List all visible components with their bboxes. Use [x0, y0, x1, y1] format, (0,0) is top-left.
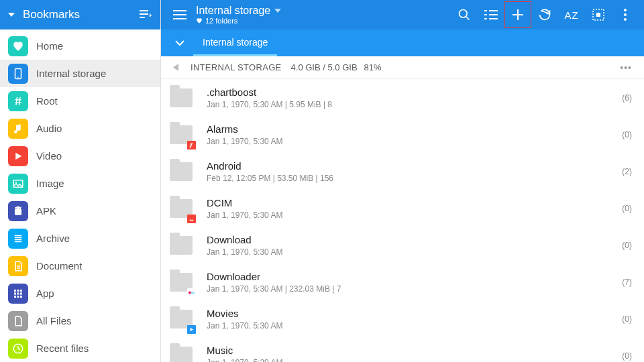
- file-count: (0): [622, 314, 632, 324]
- appbar-title-block[interactable]: Internal storage 12 folders: [196, 5, 451, 25]
- folder-icon: [168, 269, 195, 296]
- select-button[interactable]: [585, 1, 612, 28]
- file-row[interactable]: DCIM Jan 1, 1970, 5:30 AM (0): [161, 190, 644, 227]
- file-row[interactable]: Movies Jan 1, 1970, 5:30 AM (0): [161, 300, 644, 337]
- sidebar-item-all-files[interactable]: All Files: [0, 307, 160, 335]
- sidebar-item-label: All Files: [36, 315, 72, 326]
- file-name: DCIM: [207, 197, 622, 208]
- file-name: .chartboost: [207, 86, 622, 98]
- file-row[interactable]: Alarms Jan 1, 1970, 5:30 AM (0): [161, 116, 644, 153]
- dropdown-icon: [274, 9, 281, 13]
- sidebar-item-apk[interactable]: APK: [0, 197, 160, 225]
- svg-rect-14: [20, 292, 22, 294]
- playlist-edit-icon[interactable]: [139, 9, 152, 20]
- file-meta: Feb 12, 12:05 PM | 53.50 MiB | 156: [207, 174, 622, 183]
- heart-icon: [196, 17, 203, 24]
- tab-internal-storage[interactable]: Internal storage: [193, 29, 277, 56]
- clock-icon: [8, 339, 28, 359]
- file-name: Downloader: [207, 271, 622, 282]
- android-icon: [8, 201, 28, 221]
- sidebar-item-image[interactable]: Image: [0, 170, 160, 197]
- breadcrumb-percent: 81%: [364, 62, 382, 72]
- file-row[interactable]: Music Jan 1, 1970, 5:30 AM (0): [161, 337, 644, 362]
- note-icon: [8, 119, 28, 139]
- folder-icon: [168, 343, 195, 363]
- svg-point-36: [624, 18, 627, 21]
- sidebar-item-label: Image: [36, 178, 64, 189]
- play-icon: [8, 146, 28, 166]
- sidebar-title: Bookmarks: [23, 8, 139, 21]
- svg-rect-39: [191, 293, 195, 294]
- sidebar-item-internal-storage[interactable]: Internal storage: [0, 60, 160, 87]
- sidebar-item-video[interactable]: Video: [0, 142, 160, 170]
- folder-icon: [168, 84, 195, 111]
- file-meta: Jan 1, 1970, 5:30 AM: [207, 358, 622, 363]
- file-row[interactable]: Download Jan 1, 1970, 5:30 AM (0): [161, 227, 644, 263]
- sidebar-item-recent-files[interactable]: Recent files: [0, 335, 160, 362]
- file-row[interactable]: .chartboost Jan 1, 1970, 5:30 AM | 5.95 …: [161, 79, 644, 116]
- svg-point-22: [460, 10, 468, 18]
- appbar-subtitle: 12 folders: [205, 17, 237, 25]
- apps-icon: [8, 284, 28, 304]
- svg-point-4: [17, 76, 19, 78]
- file-meta: Jan 1, 1970, 5:30 AM: [207, 321, 622, 330]
- sidebar-item-document[interactable]: Document: [0, 252, 160, 280]
- add-button[interactable]: [504, 1, 531, 28]
- more-button[interactable]: [612, 1, 639, 28]
- file-count: (0): [622, 130, 632, 139]
- sidebar-item-label: App: [36, 288, 54, 299]
- file-icon: [8, 311, 28, 331]
- nav-back-icon[interactable]: [173, 64, 178, 71]
- tab-expand-button[interactable]: [166, 40, 193, 46]
- appbar-title: Internal storage: [196, 5, 270, 17]
- sidebar-item-label: APK: [36, 205, 56, 217]
- folder-icon: [168, 306, 195, 333]
- svg-rect-9: [14, 290, 16, 292]
- file-count: (0): [622, 241, 632, 250]
- view-list-button[interactable]: [478, 1, 504, 28]
- file-name: Android: [207, 160, 622, 172]
- file-count: (2): [622, 167, 632, 176]
- svg-rect-10: [17, 290, 19, 292]
- sidebar-item-label: Audio: [36, 123, 62, 134]
- file-count: (0): [622, 351, 632, 361]
- sidebar-item-home[interactable]: Home: [0, 32, 160, 60]
- svg-point-37: [189, 291, 191, 294]
- doc-icon: [8, 256, 28, 276]
- search-button[interactable]: [451, 1, 478, 28]
- sidebar-item-audio[interactable]: Audio: [0, 115, 160, 142]
- file-row[interactable]: Android Feb 12, 12:05 PM | 53.50 MiB | 1…: [161, 153, 644, 190]
- svg-rect-13: [17, 292, 19, 294]
- sidebar-item-label: Document: [36, 260, 82, 272]
- sidebar-item-root[interactable]: Root: [0, 87, 160, 115]
- sidebar-item-app[interactable]: App: [0, 280, 160, 307]
- svg-rect-33: [596, 13, 600, 17]
- appbar-actions: AZ: [451, 1, 639, 28]
- file-row[interactable]: Downloader Jan 1, 1970, 5:30 AM | 232.03…: [161, 263, 644, 300]
- dropdown-icon[interactable]: [8, 13, 15, 17]
- file-name: Download: [207, 234, 622, 245]
- sort-az-button[interactable]: AZ: [558, 1, 585, 28]
- sidebar-item-archive[interactable]: Archive: [0, 225, 160, 252]
- folder-icon: [168, 158, 195, 185]
- music-badge-icon: [187, 141, 196, 149]
- file-meta: Jan 1, 1970, 5:30 AM: [207, 137, 622, 146]
- lines-icon: [8, 229, 28, 249]
- svg-rect-15: [14, 296, 16, 298]
- refresh-button[interactable]: [531, 1, 558, 28]
- file-count: (0): [622, 204, 632, 213]
- breadcrumb-location[interactable]: INTERNAL STORAGE: [191, 62, 282, 72]
- folder-icon: [168, 232, 195, 259]
- file-name: Music: [207, 345, 622, 356]
- appbar: Internal storage 12 folders AZ: [161, 0, 644, 29]
- sidebar-item-label: Video: [36, 150, 62, 162]
- sidebar-list: HomeInternal storageRootAudioVideoImageA…: [0, 29, 160, 362]
- file-name: Movies: [207, 308, 622, 319]
- breadcrumb-more-icon[interactable]: •••: [620, 62, 632, 73]
- sidebar-item-label: Recent files: [36, 343, 89, 354]
- tabbar: Internal storage: [161, 29, 644, 56]
- svg-rect-38: [191, 292, 195, 292]
- file-list[interactable]: .chartboost Jan 1, 1970, 5:30 AM | 5.95 …: [161, 79, 644, 362]
- menu-button[interactable]: [166, 10, 193, 19]
- breadcrumb-size: 4.0 GIB / 5.0 GIB: [291, 62, 358, 72]
